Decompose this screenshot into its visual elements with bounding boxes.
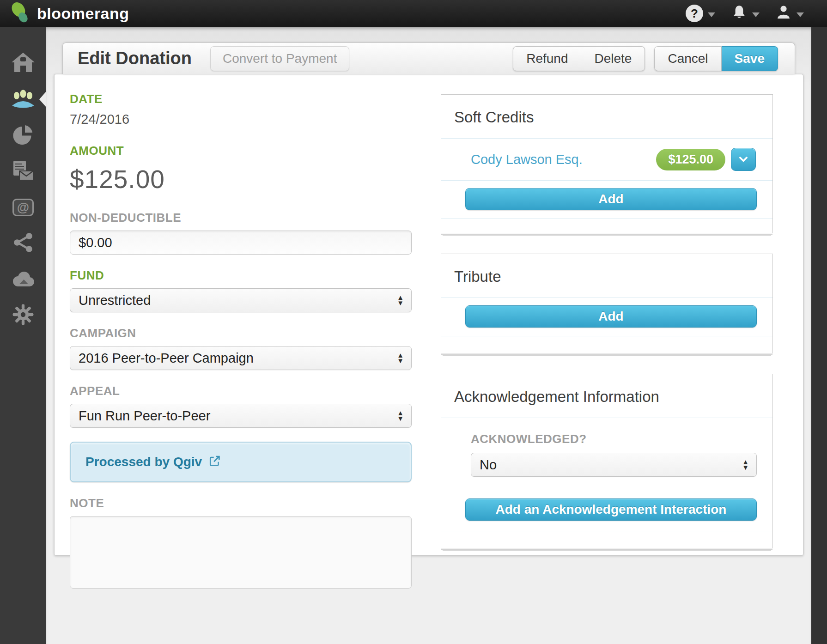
home-icon [11,51,36,75]
letters-envelope-icon [11,159,36,183]
soft-credit-row: Cody Lawson Esq. $125.00 [441,139,772,181]
page-title: Edit Donation [78,49,192,68]
acknowledged-selected-value: No [480,457,497,473]
gear-icon [12,304,34,328]
acknowledged-label: ACKNOWLEDGED? [471,432,757,446]
acknowledgement-add-row: Add an Acknowledgement Interaction [441,489,772,531]
amount-value: $125.00 [70,164,412,194]
campaign-select[interactable]: 2016 Peer-to-Peer Campaign ▲▼ [70,346,412,370]
appeal-selected-value: Fun Run Peer-to-Peer [79,408,210,424]
soft-credit-add-row: Add [441,181,772,219]
select-stepper-icon: ▲▼ [397,295,404,306]
acknowledgement-panel: Acknowledgement Information ACKNOWLEDGED… [441,374,773,548]
tribute-panel: Tribute Add [441,254,773,353]
save-button[interactable]: Save [722,46,778,71]
donation-form-card: DATE 7/24/2016 AMOUNT $125.00 NON-DEDUCT… [54,74,803,556]
brand-name: bloomerang [37,5,129,23]
donation-form: DATE 7/24/2016 AMOUNT $125.00 NON-DEDUCT… [70,92,412,590]
chevron-down-icon [708,12,715,17]
sidebar-item-import[interactable] [0,261,46,298]
at-icon: @ [12,199,34,216]
soft-credit-amount-badge: $125.00 [656,149,725,170]
notifications-menu[interactable] [731,4,760,23]
bloomerang-leaf-icon [9,1,30,26]
tribute-add-row: Add [441,298,772,336]
appeal-label: APPEAL [70,384,412,398]
add-tribute-button[interactable]: Add [465,305,757,328]
soft-credit-expand-button[interactable] [731,148,756,171]
panel-empty-row [441,219,772,233]
processed-by-qgiv-link[interactable]: Processed by Qgiv [70,442,412,482]
chevron-down-icon [797,12,804,17]
select-stepper-icon: ▲▼ [397,410,404,421]
select-stepper-icon: ▲▼ [742,459,749,470]
topbar: bloomerang ? [0,0,827,27]
fund-select[interactable]: Unrestricted ▲▼ [70,288,412,312]
sidebar-nav: @ [0,27,46,644]
fund-label: FUND [70,268,412,283]
user-icon [775,4,792,23]
add-acknowledgement-interaction-button[interactable]: Add an Acknowledgement Interaction [465,498,757,521]
sidebar-item-home[interactable] [0,45,46,81]
non-deductible-label: NON-DEDUCTIBLE [70,211,412,225]
chevron-down-icon [739,157,748,162]
delete-button[interactable]: Delete [581,46,645,71]
date-value: 7/24/2016 [70,112,412,127]
sidebar-item-settings[interactable] [0,298,46,334]
convert-to-payment-button[interactable]: Convert to Payment [210,46,349,71]
external-link-icon [208,455,221,469]
campaign-selected-value: 2016 Peer-to-Peer Campaign [79,351,254,366]
note-label: NOTE [70,496,412,510]
refund-delete-button-group: Refund Delete [513,46,645,71]
share-icon [12,231,34,255]
sidebar-item-constituents[interactable] [0,81,46,117]
acknowledged-row: ACKNOWLEDGED? No ▲▼ [441,418,772,489]
campaign-label: CAMPAIGN [70,326,412,340]
acknowledged-select[interactable]: No ▲▼ [471,453,757,477]
page-background: Edit Donation Convert to Payment Refund … [46,27,811,644]
select-stepper-icon: ▲▼ [397,352,404,364]
amount-label: AMOUNT [70,144,412,158]
refund-button[interactable]: Refund [513,46,581,71]
add-soft-credit-button[interactable]: Add [465,188,757,210]
tribute-title: Tribute [441,254,772,298]
help-icon: ? [686,5,703,22]
right-panels: Soft Credits Cody Lawson Esq. $125.00 [441,94,773,569]
cloud-upload-icon [10,269,36,290]
sidebar-item-letters[interactable] [0,153,46,189]
fund-selected-value: Unrestricted [79,293,151,308]
bell-icon [731,4,748,23]
cancel-button[interactable]: Cancel [654,46,721,71]
people-icon [10,88,36,111]
edit-donation-header: Edit Donation Convert to Payment Refund … [62,43,795,74]
chevron-down-icon [752,12,760,17]
appeal-select[interactable]: Fun Run Peer-to-Peer ▲▼ [70,404,412,428]
soft-credit-constituent-link[interactable]: Cody Lawson Esq. [471,152,583,167]
brand-logo[interactable]: bloomerang [9,1,129,26]
cancel-save-button-group: Cancel Save [654,46,778,71]
note-textarea[interactable] [70,516,412,589]
date-label: DATE [70,92,412,106]
account-menu[interactable] [775,4,804,23]
sidebar-item-social[interactable] [0,225,46,261]
panel-empty-row [441,336,772,353]
non-deductible-input[interactable] [70,231,412,255]
processed-by-qgiv-label: Processed by Qgiv [85,455,202,469]
sidebar-item-reports[interactable] [0,117,46,153]
acknowledgement-title: Acknowledgement Information [441,374,772,418]
soft-credits-title: Soft Credits [441,95,772,138]
help-menu[interactable]: ? [686,5,715,22]
pie-chart-icon [12,123,35,147]
panel-empty-row [441,531,772,548]
sidebar-item-email[interactable]: @ [0,189,46,225]
soft-credits-panel: Soft Credits Cody Lawson Esq. $125.00 [441,94,773,233]
